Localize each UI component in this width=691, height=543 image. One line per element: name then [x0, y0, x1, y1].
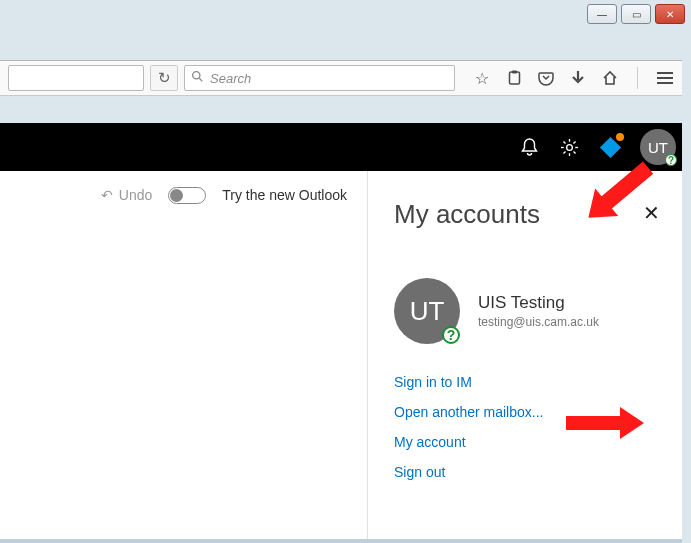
maximize-button[interactable]: ▭	[621, 4, 651, 24]
window-controls: — ▭ ✕	[587, 0, 691, 28]
menu-button[interactable]	[656, 69, 674, 87]
user-name: UIS Testing	[478, 293, 599, 313]
try-new-outlook-toggle[interactable]	[168, 187, 206, 204]
app-header: UT ?	[0, 123, 682, 171]
minimize-button[interactable]: —	[587, 4, 617, 24]
svg-line-10	[563, 141, 565, 143]
user-avatar-large[interactable]: UT ?	[394, 278, 460, 344]
user-info: UIS Testing testing@uis.cam.ac.uk	[478, 293, 599, 329]
clipboard-icon[interactable]	[505, 69, 523, 87]
svg-point-5	[566, 144, 572, 150]
close-window-button[interactable]: ✕	[655, 4, 685, 24]
url-input[interactable]	[8, 65, 144, 91]
bookmark-icon[interactable]: ☆	[473, 69, 491, 87]
open-another-mailbox-link[interactable]: Open another mailbox...	[394, 404, 656, 420]
undo-label: Undo	[119, 187, 152, 203]
my-account-link[interactable]: My account	[394, 434, 656, 450]
browser-toolbar: ↻ Search ☆	[0, 60, 682, 96]
toolbar-divider	[637, 67, 638, 89]
undo-button[interactable]: ↶ Undo	[101, 187, 152, 203]
svg-point-0	[193, 72, 200, 79]
account-links: Sign in to IM Open another mailbox... My…	[394, 374, 656, 480]
user-block: UT ? UIS Testing testing@uis.cam.ac.uk	[394, 278, 656, 344]
profile-avatar[interactable]: UT ?	[640, 129, 676, 165]
reload-button[interactable]: ↻	[150, 65, 178, 91]
svg-rect-2	[509, 72, 519, 84]
whats-new-button[interactable]	[598, 135, 622, 159]
search-placeholder: Search	[210, 71, 251, 86]
svg-line-12	[563, 151, 565, 153]
home-icon[interactable]	[601, 69, 619, 87]
avatar-large-initials: UT	[410, 296, 445, 327]
outlook-toolbar: ↶ Undo Try the new Outlook	[0, 171, 367, 219]
svg-line-13	[573, 141, 575, 143]
downloads-icon[interactable]	[569, 69, 587, 87]
presence-indicator-large: ?	[442, 326, 460, 344]
pocket-icon[interactable]	[537, 69, 555, 87]
svg-line-11	[573, 151, 575, 153]
search-icon	[191, 70, 204, 86]
my-accounts-panel: My accounts ✕ UT ? UIS Testing testing@u…	[367, 171, 682, 539]
svg-line-1	[199, 78, 202, 81]
try-new-outlook-label: Try the new Outlook	[222, 187, 347, 203]
bottom-border	[0, 539, 682, 543]
toolbar-icons: ☆	[461, 67, 674, 89]
panel-title: My accounts	[394, 199, 656, 230]
undo-icon: ↶	[101, 187, 113, 203]
search-box[interactable]: Search	[184, 65, 455, 91]
settings-button[interactable]	[558, 136, 580, 158]
user-email: testing@uis.cam.ac.uk	[478, 315, 599, 329]
svg-rect-3	[512, 71, 517, 74]
notifications-button[interactable]	[518, 136, 540, 158]
presence-indicator: ?	[665, 154, 677, 166]
avatar-initials: UT	[648, 139, 668, 156]
sign-in-im-link[interactable]: Sign in to IM	[394, 374, 656, 390]
sign-out-link[interactable]: Sign out	[394, 464, 656, 480]
mail-content-area	[0, 219, 367, 539]
close-panel-button[interactable]: ✕	[643, 201, 660, 225]
